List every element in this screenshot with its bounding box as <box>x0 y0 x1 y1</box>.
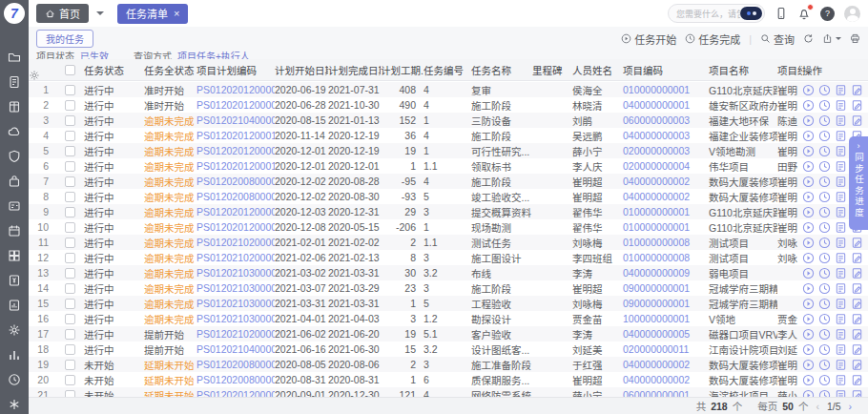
op-finish-task-icon[interactable] <box>818 343 831 356</box>
op-start-task-icon[interactable] <box>802 99 815 112</box>
op-task-detail-icon[interactable] <box>835 359 847 371</box>
project-code-link[interactable]: 040000000002 <box>623 191 709 202</box>
row-checkbox[interactable] <box>65 161 75 172</box>
op-task-detail-icon[interactable] <box>835 99 847 112</box>
export-button[interactable] <box>822 33 841 44</box>
op-start-task-icon[interactable] <box>802 221 815 234</box>
row-checkbox[interactable] <box>65 100 75 111</box>
plan-code-link[interactable]: PS0120210400001 <box>196 343 275 355</box>
plan-code-link[interactable]: PS0120210200002 <box>196 237 275 248</box>
op-task-detail-icon[interactable] <box>835 298 847 310</box>
mobile-app-icon[interactable] <box>775 7 788 20</box>
row-checkbox[interactable] <box>65 192 75 202</box>
table-row[interactable]: 16 进行中 逾期未完成 PS0120210300006 2021-04-01 … <box>29 311 868 326</box>
column-settings-gear-icon[interactable] <box>29 70 49 81</box>
plan-code-link[interactable]: PS0120210300006 <box>196 313 275 324</box>
money-icon[interactable] <box>8 274 21 287</box>
op-start-task-icon[interactable] <box>802 389 815 398</box>
project-code-link[interactable]: 040000000001 <box>623 99 709 111</box>
op-start-task-icon[interactable] <box>802 328 815 341</box>
op-finish-task-icon[interactable] <box>818 191 831 203</box>
op-task-detail-icon[interactable] <box>835 160 847 173</box>
op-start-task-icon[interactable] <box>802 313 815 325</box>
row-checkbox[interactable] <box>65 344 75 355</box>
plan-code-link[interactable]: PS0120200800001 <box>196 191 275 202</box>
cloud-icon[interactable] <box>8 125 21 138</box>
op-task-detail-icon[interactable] <box>835 130 847 142</box>
row-checkbox[interactable] <box>65 375 75 385</box>
op-task-edit-icon[interactable] <box>851 237 863 249</box>
project-code-link[interactable]: 060000000003 <box>623 114 709 126</box>
plan-code-link[interactable]: PS0120210400008 <box>196 114 275 126</box>
shield-icon[interactable] <box>8 150 21 163</box>
op-task-detail-icon[interactable] <box>835 267 847 279</box>
op-task-edit-icon[interactable] <box>851 298 863 310</box>
op-start-task-icon[interactable] <box>802 176 815 188</box>
next-page-button[interactable]: › <box>846 401 856 412</box>
plan-code-link[interactable]: PS0120201200004 <box>196 389 275 397</box>
op-finish-task-icon[interactable] <box>818 99 831 112</box>
project-code-link[interactable]: 020000000003 <box>623 145 709 156</box>
plan-code-link[interactable]: PS0120210300003 <box>196 267 275 279</box>
row-checkbox[interactable] <box>65 115 75 126</box>
app-logo[interactable]: 7 <box>4 3 25 24</box>
help-icon[interactable]: ? <box>820 7 835 21</box>
calendar-icon[interactable] <box>8 224 21 238</box>
op-task-detail-icon[interactable] <box>835 84 847 96</box>
plan-code-link[interactable]: PS0120200800001 <box>196 359 275 370</box>
op-start-task-icon[interactable] <box>802 191 815 203</box>
row-checkbox[interactable] <box>65 299 75 309</box>
op-finish-task-icon[interactable] <box>818 160 831 173</box>
per-page-count[interactable]: 50 <box>782 401 794 412</box>
plan-code-link[interactable]: PS0120200800001 <box>196 374 275 385</box>
row-checkbox[interactable] <box>65 253 75 263</box>
refresh-button[interactable] <box>803 33 814 44</box>
op-start-task-icon[interactable] <box>802 206 815 218</box>
bag-icon[interactable] <box>8 175 21 188</box>
op-task-detail-icon[interactable] <box>835 343 847 356</box>
op-finish-task-icon[interactable] <box>818 328 831 341</box>
project-code-link[interactable]: 100000000001 <box>623 313 709 324</box>
op-finish-task-icon[interactable] <box>818 130 831 142</box>
op-task-edit-icon[interactable] <box>851 252 863 264</box>
plan-code-link[interactable]: PS0120201200003 <box>196 221 275 233</box>
op-task-detail-icon[interactable] <box>835 389 847 398</box>
history-icon[interactable] <box>8 373 21 386</box>
op-task-edit-icon[interactable] <box>851 374 863 386</box>
plan-code-link[interactable]: PS0120210300004 <box>196 298 275 309</box>
table-row[interactable]: 6 进行中 逾期未完成 PS0120201200012 2020-12-01 2… <box>29 158 868 174</box>
op-task-edit-icon[interactable] <box>851 313 863 325</box>
chart-icon[interactable] <box>8 348 21 362</box>
row-checkbox[interactable] <box>65 390 75 397</box>
op-finish-task-icon[interactable] <box>818 374 831 386</box>
table-row[interactable]: 9 进行中 逾期未完成 PS0120201200003 2020-12-03 2… <box>29 204 868 219</box>
op-task-detail-icon[interactable] <box>835 176 847 188</box>
op-finish-task-icon[interactable] <box>818 267 831 279</box>
book-icon[interactable] <box>8 100 21 114</box>
project-code-link[interactable]: 090000000001 <box>623 298 709 309</box>
row-checkbox[interactable] <box>65 238 75 248</box>
project-code-link[interactable]: 040000000005 <box>623 328 709 340</box>
op-task-detail-icon[interactable] <box>835 221 847 234</box>
op-start-task-icon[interactable] <box>802 282 815 295</box>
op-task-edit-icon[interactable] <box>851 267 863 279</box>
project-code-link[interactable]: 090000000001 <box>623 282 709 294</box>
project-code-link[interactable]: 010000000001 <box>623 84 709 95</box>
table-row[interactable]: 20 未开始 延期未开始 PS0120200800001 2020-08-31 … <box>29 372 868 387</box>
op-start-task-icon[interactable] <box>802 84 815 96</box>
op-task-detail-icon[interactable] <box>835 374 847 386</box>
project-code-link[interactable]: 060000000001 <box>623 389 709 397</box>
op-task-edit-icon[interactable] <box>851 343 863 356</box>
row-checkbox[interactable] <box>65 85 75 95</box>
op-finish-task-icon[interactable] <box>818 145 831 157</box>
op-start-task-icon[interactable] <box>802 252 815 264</box>
op-start-task-icon[interactable] <box>802 130 815 142</box>
plan-code-link[interactable]: PS0120201200003 <box>196 84 275 95</box>
op-task-detail-icon[interactable] <box>835 114 847 127</box>
project-code-link[interactable]: 010000000001 <box>623 206 709 217</box>
table-row[interactable]: 1 进行中 准时开始 PS0120201200003 2020-06-19 20… <box>29 82 868 97</box>
table-row[interactable]: 11 进行中 逾期未完成 PS0120210200002 2021-02-01 … <box>29 235 868 250</box>
project-code-link[interactable]: 010000000008 <box>623 252 709 263</box>
table-row[interactable]: 12 进行中 逾期未完成 PS0120210200002 2021-02-06 … <box>29 250 868 265</box>
op-task-detail-icon[interactable] <box>835 237 847 249</box>
